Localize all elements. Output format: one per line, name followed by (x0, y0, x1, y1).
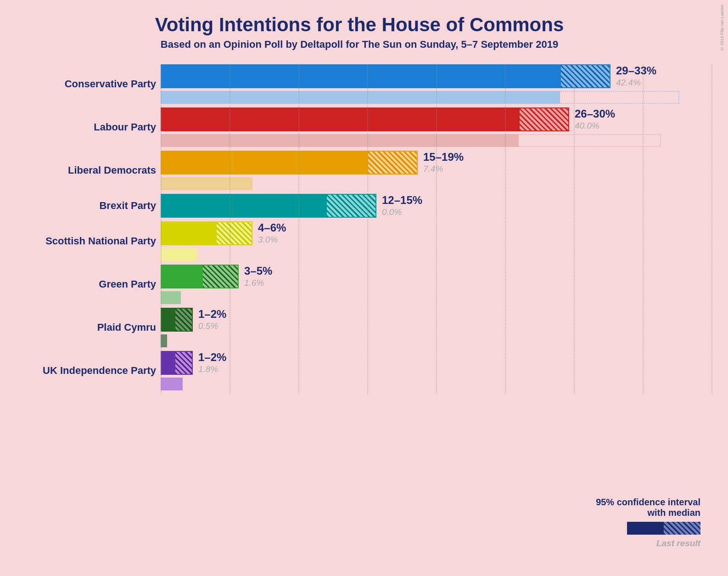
bar-hatched (367, 151, 418, 175)
party-row: Plaid Cymru1–2%0.5% (161, 308, 710, 347)
main-bar (161, 151, 418, 175)
legend-title: 95% confidence intervalwith median (596, 497, 700, 518)
last-bar-wrapper (161, 132, 661, 147)
bar-solid (161, 151, 367, 175)
party-label: Green Party (9, 278, 156, 290)
last-result-bar (161, 378, 183, 390)
bar-hatched (326, 194, 376, 218)
last-bar-solid (161, 91, 560, 104)
last-bar-solid (161, 134, 519, 147)
main-bar-wrapper: 29–33%42.4% (161, 64, 679, 88)
last-bar-wrapper (161, 175, 464, 190)
bar-group: 26–30%40.0% (161, 107, 661, 147)
legend-bar-row (627, 522, 700, 535)
bars-area: Conservative Party29–33%42.4%Labour Part… (9, 64, 710, 394)
legend-last-label: Last result (656, 538, 700, 548)
range-label: 1–2%1.8% (198, 351, 226, 375)
last-bar-wrapper (161, 89, 679, 104)
main-bar-wrapper: 12–15%0.0% (161, 194, 422, 218)
party-row: Brexit Party12–15%0.0% (161, 194, 710, 218)
bar-group: 15–19%7.4% (161, 151, 464, 190)
last-result-bar (161, 91, 679, 104)
bar-hatched (560, 64, 610, 88)
range-label: 12–15%0.0% (382, 194, 422, 218)
last-bar-only (161, 177, 252, 190)
bar-group: 3–5%1.6% (161, 265, 272, 304)
main-bar-wrapper: 1–2%1.8% (161, 351, 226, 375)
bar-hatched (202, 265, 239, 288)
range-label: 1–2%0.5% (198, 308, 226, 332)
main-bar-wrapper: 26–30%40.0% (161, 107, 661, 131)
bar-group: 12–15%0.0% (161, 194, 422, 218)
party-label: Labour Party (9, 121, 156, 133)
bar-solid (161, 308, 174, 332)
bar-group: 29–33%42.4% (161, 64, 679, 104)
chart-title: Voting Intentions for the House of Commo… (9, 14, 710, 36)
bar-solid (161, 107, 519, 131)
last-result-bar (161, 334, 167, 347)
chart-subtitle: Based on an Opinion Poll by Deltapoll fo… (9, 39, 710, 51)
copyright-text: © 2019 Filip van Laenen (720, 5, 724, 51)
party-row: Green Party3–5%1.6% (161, 265, 710, 304)
last-result-bar (161, 134, 661, 147)
last-bar-wrapper (161, 289, 272, 304)
party-row: Conservative Party29–33%42.4% (161, 64, 710, 104)
chart-container: © 2019 Filip van Laenen Voting Intention… (0, 0, 728, 576)
bar-hatched (519, 107, 569, 131)
party-row: Liberal Democrats15–19%7.4% (161, 151, 710, 190)
main-bar (161, 64, 610, 88)
legend: 95% confidence intervalwith median Last … (596, 497, 700, 548)
bar-group: 1–2%1.8% (161, 351, 226, 390)
grid-line (711, 64, 712, 394)
main-bar (161, 194, 376, 218)
main-bar (161, 107, 569, 131)
last-result-bar (161, 248, 197, 261)
range-label: 26–30%40.0% (575, 107, 615, 131)
party-label: UK Independence Party (9, 365, 156, 377)
party-row: Scottish National Party4–6%3.0% (161, 221, 710, 261)
last-result-bar (161, 291, 181, 304)
bar-group: 1–2%0.5% (161, 308, 226, 347)
main-bar (161, 351, 193, 375)
main-bar-wrapper: 3–5%1.6% (161, 265, 272, 288)
party-row: UK Independence Party1–2%1.8% (161, 351, 710, 390)
party-label: Plaid Cymru (9, 322, 156, 333)
last-result-bar (161, 177, 252, 190)
party-row: Labour Party26–30%40.0% (161, 107, 710, 147)
party-label: Conservative Party (9, 78, 156, 90)
main-bar-wrapper: 1–2%0.5% (161, 308, 226, 332)
last-bar-only (161, 334, 167, 347)
range-label: 3–5%1.6% (244, 265, 272, 288)
bar-solid (161, 351, 174, 375)
range-label: 29–33%42.4% (616, 64, 656, 88)
main-bar-wrapper: 4–6%3.0% (161, 221, 286, 245)
bar-hatched (216, 221, 252, 245)
last-bar-wrapper (161, 246, 286, 261)
last-bar-wrapper (161, 333, 226, 347)
bar-solid (161, 64, 560, 88)
last-bar-dotted (560, 91, 679, 104)
range-label: 4–6%3.0% (258, 221, 286, 245)
party-label: Liberal Democrats (9, 164, 156, 176)
party-label: Scottish National Party (9, 235, 156, 247)
main-bar (161, 265, 239, 288)
bar-solid (161, 194, 326, 218)
last-bar-only (161, 378, 183, 390)
bar-solid (161, 265, 202, 288)
legend-hatch-bar (664, 522, 700, 535)
last-bar-dotted (519, 134, 661, 147)
legend-solid-bar (627, 522, 664, 535)
bar-hatched (174, 308, 193, 332)
range-label: 15–19%7.4% (423, 151, 464, 175)
main-bar-wrapper: 15–19%7.4% (161, 151, 464, 175)
bar-group: 4–6%3.0% (161, 221, 286, 261)
last-bar-wrapper (161, 376, 226, 390)
bar-hatched (174, 351, 193, 375)
last-bar-only (161, 248, 197, 261)
main-bar (161, 308, 193, 332)
last-bar-only (161, 291, 181, 304)
party-label: Brexit Party (9, 200, 156, 212)
bar-solid (161, 221, 216, 245)
main-bar (161, 221, 252, 245)
